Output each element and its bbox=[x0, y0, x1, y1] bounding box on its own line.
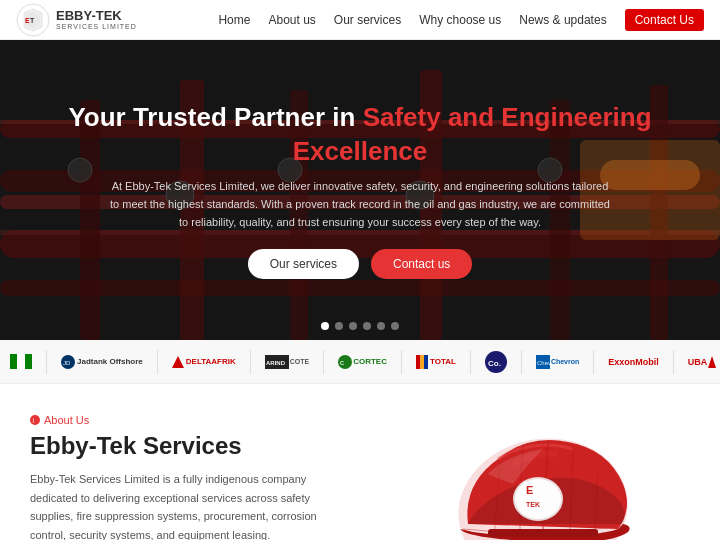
about-tag-label: About Us bbox=[44, 414, 89, 426]
our-services-button[interactable]: Our services bbox=[248, 249, 359, 279]
nav-about[interactable]: About us bbox=[268, 13, 315, 27]
svg-text:E: E bbox=[526, 484, 533, 496]
carousel-dot-4[interactable] bbox=[363, 322, 371, 330]
partner-exxonmobil: ExxonMobil bbox=[608, 348, 659, 376]
svg-text:Co.: Co. bbox=[488, 359, 501, 368]
nav-contact[interactable]: Contact Us bbox=[625, 9, 704, 31]
partner-separator-7 bbox=[521, 350, 522, 374]
about-text: i About Us Ebby-Tek Services Ebby-Tek Se… bbox=[30, 414, 355, 540]
svg-rect-48 bbox=[488, 529, 598, 537]
svg-rect-35 bbox=[416, 355, 420, 369]
svg-text:TEK: TEK bbox=[526, 501, 540, 508]
nav-news[interactable]: News & updates bbox=[519, 13, 606, 27]
partner-separator-4 bbox=[323, 350, 324, 374]
carousel-dot-5[interactable] bbox=[377, 322, 385, 330]
partner-deltaafrik: DELTAAFRIK bbox=[172, 348, 236, 376]
partner-total: TOTAL bbox=[416, 348, 456, 376]
carousel-dot-1[interactable] bbox=[321, 322, 329, 330]
partner-jadtank-label: Jadtank Offshore bbox=[77, 357, 143, 366]
partner-deltaafrik-label: DELTAAFRIK bbox=[186, 357, 236, 366]
partner-separator-6 bbox=[470, 350, 471, 374]
about-title: Ebby-Tek Services bbox=[30, 432, 355, 460]
hero-section: Your Trusted Partner in Safety and Engin… bbox=[0, 40, 720, 340]
hero-content: Your Trusted Partner in Safety and Engin… bbox=[0, 40, 720, 340]
about-description: Ebby-Tek Services Limited is a fully ind… bbox=[30, 470, 355, 540]
carousel-dot-2[interactable] bbox=[335, 322, 343, 330]
partner-jadtank: JD Jadtank Offshore bbox=[61, 348, 143, 376]
nav-home[interactable]: Home bbox=[218, 13, 250, 27]
partner-separator-8 bbox=[593, 350, 594, 374]
logo[interactable]: E T EBBY-TEK SERVICES LIMITED bbox=[16, 3, 137, 37]
svg-rect-26 bbox=[10, 354, 17, 369]
svg-rect-37 bbox=[424, 355, 428, 369]
svg-point-45 bbox=[30, 415, 40, 425]
svg-marker-30 bbox=[172, 356, 184, 368]
carousel-dot-6[interactable] bbox=[391, 322, 399, 330]
partner-separator-1 bbox=[46, 350, 47, 374]
nav-why[interactable]: Why choose us bbox=[419, 13, 501, 27]
partner-separator-2 bbox=[157, 350, 158, 374]
partner-exxon-label: Exxon bbox=[608, 357, 635, 367]
svg-text:JD: JD bbox=[63, 360, 71, 366]
carousel-dot-3[interactable] bbox=[349, 322, 357, 330]
nav-services[interactable]: Our services bbox=[334, 13, 401, 27]
svg-rect-27 bbox=[25, 354, 32, 369]
svg-point-50 bbox=[515, 479, 561, 519]
hero-carousel-dots bbox=[321, 322, 399, 330]
hero-buttons: Our services Contact us bbox=[248, 249, 473, 279]
helmet-svg: E TEK bbox=[438, 414, 638, 540]
partner-arindcote: ARIND COTE bbox=[265, 348, 309, 376]
about-image: E TEK bbox=[375, 414, 700, 540]
partner-separator-5 bbox=[401, 350, 402, 374]
navbar: E T EBBY-TEK SERVICES LIMITED Home About… bbox=[0, 0, 720, 40]
partner-uba-label: UBA bbox=[688, 357, 708, 367]
brand-sub: SERVICES LIMITED bbox=[56, 23, 137, 31]
hero-title: Your Trusted Partner in Safety and Engin… bbox=[60, 101, 660, 169]
about-section: i About Us Ebby-Tek Services Ebby-Tek Se… bbox=[0, 384, 720, 540]
partner-misc: Co. bbox=[485, 348, 507, 376]
partner-cortec-label: CORTEC bbox=[353, 357, 387, 366]
partner-separator-9 bbox=[673, 350, 674, 374]
partner-mobil-label: Mobil bbox=[635, 357, 659, 367]
partner-arindcote-label: COTE bbox=[290, 358, 309, 365]
hero-subtitle: At Ebby-Tek Services Limited, we deliver… bbox=[110, 178, 610, 231]
svg-text:Chev: Chev bbox=[537, 360, 550, 366]
svg-rect-36 bbox=[420, 355, 424, 369]
contact-us-button[interactable]: Contact us bbox=[371, 249, 472, 279]
about-tag: i About Us bbox=[30, 414, 355, 426]
partners-strip: JD Jadtank Offshore DELTAAFRIK ARIND COT… bbox=[0, 340, 720, 384]
partner-nigeria-flag bbox=[10, 348, 32, 376]
partner-total-label: TOTAL bbox=[430, 357, 456, 366]
logo-text: EBBY-TEK SERVICES LIMITED bbox=[56, 9, 137, 31]
logo-icon: E T bbox=[16, 3, 50, 37]
partner-uba: UBA bbox=[688, 348, 717, 376]
svg-text:ARIND: ARIND bbox=[266, 360, 286, 366]
svg-text:T: T bbox=[30, 17, 35, 24]
brand-name: EBBY-TEK bbox=[56, 9, 137, 23]
svg-text:C: C bbox=[340, 360, 344, 366]
svg-marker-42 bbox=[708, 356, 716, 368]
hero-title-plain: Your Trusted Partner in bbox=[68, 102, 362, 132]
partner-chevron-label: Chevron bbox=[551, 358, 579, 365]
nav-links: Home About us Our services Why choose us… bbox=[218, 9, 704, 31]
about-tag-icon: i bbox=[30, 415, 40, 425]
partner-separator-3 bbox=[250, 350, 251, 374]
partner-chevron: Chev Chevron bbox=[536, 348, 579, 376]
partner-cortec: C CORTEC bbox=[338, 348, 387, 376]
